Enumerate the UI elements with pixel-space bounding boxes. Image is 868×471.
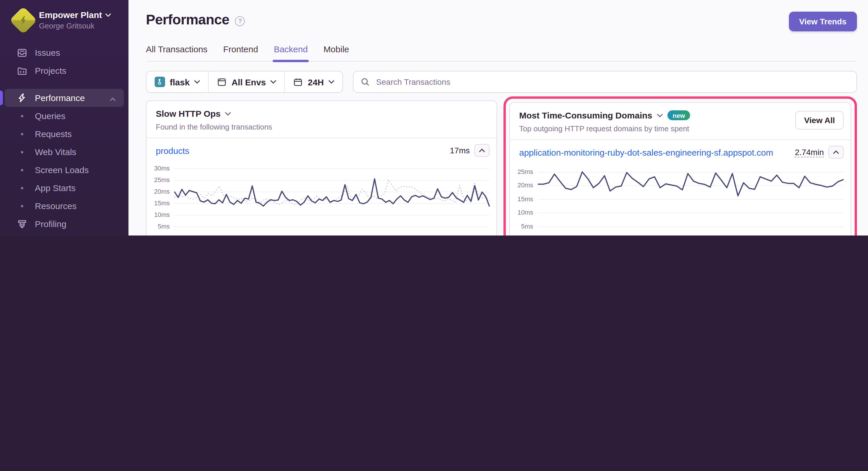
sidebar-item-issues[interactable]: Issues — [5, 43, 124, 62]
sidebar-item-requests[interactable]: Requests — [5, 125, 124, 143]
sidebar-item-web-vitals[interactable]: Web Vitals — [5, 143, 124, 161]
sidebar-item-label: App Starts — [35, 183, 75, 193]
sidebar-item-label: Profiling — [35, 219, 66, 229]
search-icon — [361, 77, 370, 87]
chevron-down-icon — [271, 80, 276, 83]
org-switcher[interactable]: Empower Plant George Gritsouk — [0, 0, 128, 37]
bullet-icon — [16, 205, 27, 207]
widget-subtitle: Top outgoing HTTP request domains by tim… — [519, 124, 841, 133]
profiling-icon — [16, 218, 27, 229]
issues-icon — [16, 47, 27, 58]
org-user: George Gritsouk — [39, 22, 111, 31]
transaction-row-products: products 17ms — [147, 138, 496, 163]
search-transactions-box — [353, 71, 857, 93]
collapse-row-button[interactable] — [829, 146, 844, 159]
view-all-button[interactable]: View All — [795, 111, 844, 130]
transaction-link[interactable]: products — [156, 145, 445, 155]
view-trends-button[interactable]: View Trends — [788, 12, 857, 31]
environment-filter[interactable]: All Envs — [208, 71, 284, 92]
tab-all-transactions[interactable]: All Transactions — [146, 44, 208, 61]
page-filter-bar: flask All Envs 24H — [146, 71, 343, 93]
sidebar-item-resources[interactable]: Resources — [5, 197, 124, 215]
domains-chart: 25ms20ms15ms10ms5ms0 — [512, 168, 844, 236]
sidebar-item-label: Resources — [35, 201, 76, 211]
org-name: Empower Plant — [39, 10, 102, 21]
sidebar-item-queries[interactable]: Queries — [5, 107, 124, 125]
search-transactions-input[interactable] — [375, 77, 849, 87]
flask-project-icon — [155, 77, 165, 87]
main-content: Performance ? View Trends All Transactio… — [128, 0, 868, 236]
chevron-down-icon — [225, 112, 231, 115]
time-consuming-domains-widget: Most Time-Consuming Domains new Top outg… — [509, 102, 851, 236]
sidebar-item-screen-loads[interactable]: Screen Loads — [5, 161, 124, 179]
slow-http-ops-title-dropdown[interactable]: Slow HTTP Ops — [156, 109, 487, 119]
chevron-up-icon — [833, 150, 839, 154]
projects-icon — [16, 65, 27, 76]
help-circle-icon[interactable]: ? — [235, 16, 245, 26]
tab-frontend[interactable]: Frontend — [223, 44, 258, 61]
domains-title-dropdown[interactable]: Most Time-Consuming Domains new — [519, 110, 841, 120]
chevron-up-icon — [110, 98, 116, 101]
bullet-icon — [16, 133, 27, 135]
app-window: Empower Plant George Gritsouk Issues Pro… — [0, 0, 868, 236]
tab-backend[interactable]: Backend — [274, 44, 308, 61]
sidebar-item-label: Issues — [35, 47, 60, 58]
time-spent-value[interactable]: 2.74min — [795, 147, 824, 157]
chevron-down-icon — [329, 80, 334, 83]
sidebar-item-performance[interactable]: Performance — [5, 89, 124, 107]
chevron-down-icon — [657, 113, 663, 117]
org-avatar — [9, 6, 37, 34]
page-title: Performance — [146, 12, 229, 28]
bullet-icon — [16, 151, 27, 153]
bullet-icon — [16, 187, 27, 189]
chevron-down-icon — [105, 14, 111, 17]
date-range-filter[interactable]: 24H — [285, 71, 342, 92]
performance-icon — [16, 93, 27, 103]
sidebar-item-label: Screen Loads — [35, 165, 89, 175]
sidebar-item-app-starts[interactable]: App Starts — [5, 179, 124, 197]
sidebar-item-label: Performance — [35, 93, 85, 103]
widget-title: Slow HTTP Ops — [156, 109, 221, 119]
calendar-icon — [293, 77, 303, 87]
date-range-value: 24H — [308, 77, 324, 87]
tab-mobile[interactable]: Mobile — [323, 44, 349, 61]
active-indicator — [0, 91, 3, 105]
new-badge: new — [668, 110, 690, 120]
domain-link[interactable]: application-monitoring-ruby-dot-sales-en… — [519, 147, 790, 157]
project-filter[interactable]: flask — [147, 71, 208, 92]
sidebar: Empower Plant George Gritsouk Issues Pro… — [0, 0, 128, 236]
bullet-icon — [16, 169, 27, 171]
lightning-logo-icon — [18, 15, 29, 26]
collapse-row-button[interactable] — [474, 144, 490, 157]
bullet-icon — [16, 115, 27, 117]
chevron-up-icon — [479, 149, 485, 152]
project-filter-value: flask — [170, 77, 189, 87]
sidebar-item-label: Requests — [35, 129, 72, 139]
slow-http-ops-chart: 30ms25ms20ms15ms10ms5ms0 — [149, 166, 490, 236]
tab-bar: All Transactions Frontend Backend Mobile — [146, 44, 857, 62]
chevron-down-icon — [194, 80, 200, 83]
widget-title: Most Time-Consuming Domains — [519, 110, 652, 120]
widget-subtitle: Found in the following transactions — [156, 123, 487, 131]
sidebar-item-label: Web Vitals — [35, 147, 76, 157]
sidebar-item-label: Queries — [35, 111, 65, 121]
highlight-outline: Most Time-Consuming Domains new Top outg… — [503, 96, 857, 236]
sidebar-item-metrics[interactable]: Metrics beta — [5, 233, 124, 236]
sidebar-item-profiling[interactable]: Profiling — [5, 215, 124, 233]
sidebar-item-label: Projects — [35, 66, 66, 75]
domain-row: application-monitoring-ruby-dot-sales-en… — [510, 140, 850, 164]
sidebar-item-projects[interactable]: Projects — [5, 62, 124, 79]
environment-filter-value: All Envs — [231, 77, 266, 87]
window-icon — [217, 77, 227, 87]
duration-value: 17ms — [450, 146, 470, 155]
slow-http-ops-widget: Slow HTTP Ops Found in the following tra… — [146, 100, 497, 236]
